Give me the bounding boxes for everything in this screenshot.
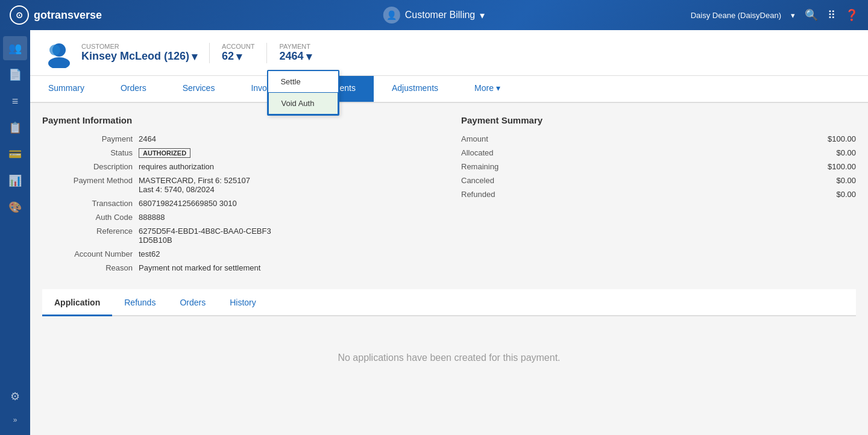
customer-avatar xyxy=(42,36,75,69)
user-name[interactable]: Daisy Deane (DaisyDean) xyxy=(691,11,781,20)
payment-field-method: Payment Method MASTERCARD, First 6: 5251… xyxy=(42,176,437,194)
customer-label: CUSTOMER xyxy=(81,43,197,50)
summary-row-remaining: Remaining $100.00 xyxy=(461,162,856,171)
tab-orders[interactable]: Orders xyxy=(102,76,165,102)
payment-info-table: Payment 2464 Status AUTHORIZED Descripti… xyxy=(42,134,437,272)
sidebar-item-reports[interactable]: 📊 xyxy=(3,169,27,193)
sub-tab-application[interactable]: Application xyxy=(42,290,112,316)
top-navigation: ⊙ gotransverse 👤 Customer Billing ▾ Dais… xyxy=(0,0,868,30)
payment-dropdown-icon[interactable]: ▾ xyxy=(306,50,312,63)
settings-icon: ⚙ xyxy=(10,390,20,403)
svg-point-2 xyxy=(49,45,60,55)
tab-services[interactable]: Services xyxy=(165,76,233,102)
summary-value-refunded: $0.00 xyxy=(836,190,856,199)
customer-info: CUSTOMER Kinsey McLeod (126) ▾ xyxy=(81,43,210,63)
sub-tab-refunds[interactable]: Refunds xyxy=(112,290,168,316)
logo-icon: ⊙ xyxy=(10,5,29,25)
module-selector[interactable]: 👤 Customer Billing ▾ xyxy=(383,7,485,23)
payment-summary-section: Payment Summary Amount $100.00 Allocated… xyxy=(461,115,856,277)
document-icon: 📋 xyxy=(8,121,22,134)
sidebar: 👥 📄 ≡ 📋 💳 📊 🎨 ⚙ » xyxy=(0,30,30,435)
payment-info-title: Payment Information xyxy=(42,115,437,125)
sidebar-item-list[interactable]: ≡ xyxy=(3,89,27,113)
tab-adjustments[interactable]: Adjustments xyxy=(374,76,456,102)
summary-label-refunded: Refunded xyxy=(461,190,495,199)
summary-label-allocated: Allocated xyxy=(461,148,493,157)
logo[interactable]: ⊙ gotransverse xyxy=(10,5,102,25)
account-number: 62 xyxy=(222,50,234,63)
payment-field-value-description: requires authorization xyxy=(139,162,214,171)
apps-grid-icon[interactable]: ⠿ xyxy=(828,8,835,22)
sidebar-expand-button[interactable]: » xyxy=(3,411,27,429)
summary-value-allocated: $0.00 xyxy=(836,148,856,157)
account-dropdown-icon[interactable]: ▾ xyxy=(236,50,242,63)
billing-icon: 💳 xyxy=(8,148,22,161)
payment-field-reference: Reference 6275D5F4-EBD1-4B8C-BAA0-CEBF31… xyxy=(42,227,437,245)
summary-row-amount: Amount $100.00 xyxy=(461,134,856,143)
sidebar-item-customers[interactable]: 👥 xyxy=(3,36,27,60)
search-icon[interactable]: 🔍 xyxy=(805,8,818,22)
orders-icon: 📄 xyxy=(8,68,22,81)
customers-icon: 👥 xyxy=(8,42,22,55)
account-value[interactable]: 62 ▾ xyxy=(222,50,254,63)
payment-field-label-description: Description xyxy=(42,162,139,171)
summary-row-canceled: Canceled $0.00 xyxy=(461,176,856,185)
payment-field-value-payment: 2464 xyxy=(139,134,156,143)
user-dropdown-icon[interactable]: ▾ xyxy=(791,11,795,20)
settle-option[interactable]: Settle xyxy=(268,71,338,92)
payment-field-value-transaction: 680719824125669850 3010 xyxy=(139,199,237,208)
payment-label: PAYMENT xyxy=(279,43,311,50)
summary-label-canceled: Canceled xyxy=(461,176,494,185)
payment-field-value-status: AUTHORIZED xyxy=(139,148,190,157)
payment-field-payment: Payment 2464 xyxy=(42,134,437,143)
payment-field-value-method: MASTERCARD, First 6: 525107 Last 4: 5740… xyxy=(139,176,250,194)
summary-row-refunded: Refunded $0.00 xyxy=(461,190,856,199)
payment-field-label-status: Status xyxy=(42,148,139,157)
sidebar-bottom: ⚙ » xyxy=(3,384,27,429)
main-content: CUSTOMER Kinsey McLeod (126) ▾ ACCOUNT 6… xyxy=(30,30,868,435)
payment-header-section: PAYMENT 2464 ▾ Settle Void Auth xyxy=(267,43,323,63)
help-icon[interactable]: ❓ xyxy=(845,8,858,22)
customer-name-text: Kinsey McLeod (126) xyxy=(81,50,189,63)
empty-state: No applications have been created for th… xyxy=(42,316,856,399)
sidebar-item-billing[interactable]: 💳 xyxy=(3,142,27,166)
sidebar-item-settings[interactable]: ⚙ xyxy=(3,384,27,408)
sidebar-item-theme[interactable]: 🎨 xyxy=(3,195,27,219)
payment-field-description: Description requires authorization xyxy=(42,162,437,171)
payment-field-value-reason: Payment not marked for settlement xyxy=(139,263,260,272)
svg-point-1 xyxy=(48,57,70,68)
tab-more[interactable]: More ▾ xyxy=(456,76,518,102)
summary-label-amount: Amount xyxy=(461,134,488,143)
payment-field-value-authcode: 888888 xyxy=(139,213,165,222)
list-icon: ≡ xyxy=(12,95,19,108)
customer-name[interactable]: Kinsey McLeod (126) ▾ xyxy=(81,50,197,63)
payment-field-transaction: Transaction 680719824125669850 3010 xyxy=(42,199,437,208)
top-nav-right: Daisy Deane (DaisyDean) ▾ 🔍 ⠿ ❓ xyxy=(691,8,858,22)
logo-text: gotransverse xyxy=(34,9,102,22)
payment-field-label-transaction: Transaction xyxy=(42,199,139,208)
sidebar-item-orders[interactable]: 📄 xyxy=(3,63,27,87)
payment-number: 2464 xyxy=(279,50,303,63)
payment-field-label-payment: Payment xyxy=(42,134,139,143)
tab-summary[interactable]: Summary xyxy=(30,76,102,102)
payment-field-value-reference: 6275D5F4-EBD1-4B8C-BAA0-CEBF31D5B10B xyxy=(139,227,271,245)
account-label: ACCOUNT xyxy=(222,43,254,50)
sub-tab-history[interactable]: History xyxy=(218,290,268,316)
sub-tab-orders[interactable]: Orders xyxy=(168,290,218,316)
payment-field-label-reason: Reason xyxy=(42,263,139,272)
module-label: Customer Billing xyxy=(405,10,475,20)
sidebar-item-document[interactable]: 📋 xyxy=(3,116,27,140)
summary-value-canceled: $0.00 xyxy=(836,176,856,185)
payment-value[interactable]: 2464 ▾ xyxy=(279,50,311,63)
payment-field-reason: Reason Payment not marked for settlement xyxy=(42,263,437,272)
payment-field-account-number: Account Number test62 xyxy=(42,249,437,258)
void-auth-option[interactable]: Void Auth xyxy=(268,92,338,114)
payment-info-section: Payment Information Payment 2464 Status … xyxy=(42,115,437,277)
payment-field-label-method: Payment Method xyxy=(42,176,139,194)
summary-row-allocated: Allocated $0.00 xyxy=(461,148,856,157)
content-area: Payment Information Payment 2464 Status … xyxy=(30,103,868,412)
payment-grid: Payment Information Payment 2464 Status … xyxy=(42,115,856,277)
summary-label-remaining: Remaining xyxy=(461,162,498,171)
customer-dropdown-icon[interactable]: ▾ xyxy=(192,50,197,63)
payment-dropdown-menu: Settle Void Auth xyxy=(267,70,339,116)
